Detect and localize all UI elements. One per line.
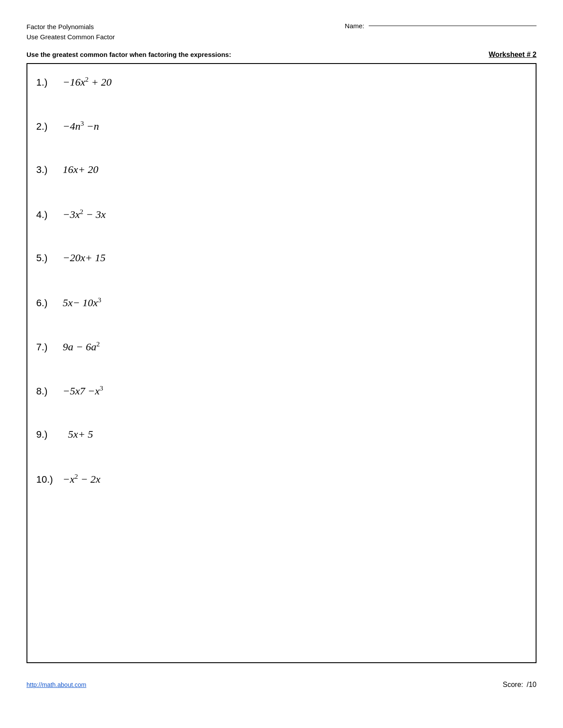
problem-5: 5.) −20x+ 15 [36, 245, 527, 289]
header-right: Name: [345, 22, 537, 30]
score-value: /10 [527, 681, 537, 689]
problem-8-number: 8.) [36, 386, 63, 397]
problem-10-number: 10.) [36, 474, 63, 485]
problem-7: 7.) 9a − 6a2 [36, 333, 527, 377]
problem-4: 4.) −3x2 − 3x [36, 201, 527, 245]
problem-5-expr: −20x+ 15 [63, 252, 106, 264]
header-line1: Factor the Polynomials [26, 22, 115, 32]
name-label: Name: [345, 22, 364, 30]
problem-7-number: 7.) [36, 341, 63, 353]
problem-7-expr: 9a − 6a2 [63, 340, 100, 353]
problem-1-number: 1.) [36, 77, 63, 88]
problem-8-expr: −5x7 −x3 [63, 384, 103, 397]
problem-2: 2.) −4n3 −n [36, 113, 527, 157]
name-line [369, 26, 537, 26]
problem-4-number: 4.) [36, 209, 63, 221]
instruction-text: Use the greatest common factor when fact… [26, 51, 231, 58]
problem-6: 6.) 5x− 10x3 [36, 289, 527, 333]
problem-10: 10.) −x2 − 2x [36, 465, 527, 510]
header: Factor the Polynomials Use Greatest Comm… [26, 22, 537, 42]
problem-2-expr: −4n3 −n [63, 120, 99, 132]
problem-9: 9.) 5x+ 5 [36, 421, 527, 465]
problem-9-number: 9.) [36, 429, 63, 440]
header-line2: Use Greatest Common Factor [26, 32, 115, 42]
problem-3: 3.) 16x+ 20 [36, 157, 527, 201]
problem-6-expr: 5x− 10x3 [63, 296, 101, 309]
worksheet-title: Worksheet # 2 [489, 51, 537, 59]
problem-5-number: 5.) [36, 252, 63, 264]
header-left: Factor the Polynomials Use Greatest Comm… [26, 22, 115, 42]
problem-9-expr: 5x+ 5 [63, 428, 93, 440]
instruction-row: Use the greatest common factor when fact… [26, 51, 537, 59]
problem-6-number: 6.) [36, 297, 63, 309]
problem-1-expr: −16x2 + 20 [63, 75, 112, 88]
problem-4-expr: −3x2 − 3x [63, 208, 106, 221]
problem-3-expr: 16x+ 20 [63, 164, 98, 176]
footer-link[interactable]: http://math.about.com [26, 681, 86, 688]
problems-box: 1.) −16x2 + 20 2.) −4n3 −n 3.) 16x+ 20 4… [26, 63, 537, 663]
problem-8: 8.) −5x7 −x3 [36, 377, 527, 421]
score-section: Score: /10 [503, 681, 537, 689]
problem-2-number: 2.) [36, 121, 63, 132]
problem-10-expr: −x2 − 2x [63, 473, 101, 485]
problem-1: 1.) −16x2 + 20 [36, 68, 527, 113]
problem-3-number: 3.) [36, 164, 63, 176]
score-label: Score: [503, 681, 523, 689]
footer: http://math.about.com Score: /10 [26, 676, 537, 689]
